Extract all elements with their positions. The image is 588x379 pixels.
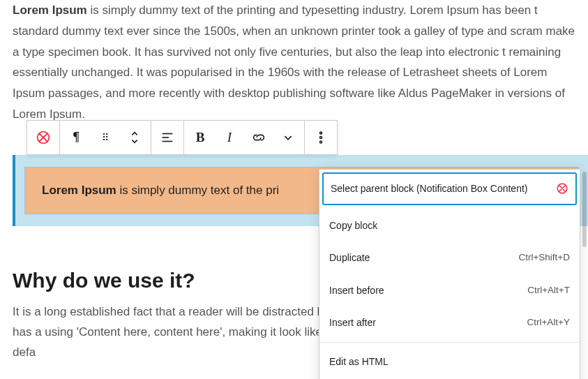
more-options-icon[interactable] (306, 121, 336, 154)
menu-shortcut: Ctrl+Alt+T (527, 282, 570, 299)
insert-after-item[interactable]: Insert after Ctrl+Alt+Y (319, 306, 580, 339)
duplicate-item[interactable]: Duplicate Ctrl+Shift+D (319, 241, 580, 274)
toolbar-group-format: B I (184, 121, 305, 154)
link-button[interactable] (244, 121, 273, 154)
paragraph-block[interactable]: Lorem Ipsum is simply dummy text of the … (13, 0, 575, 125)
select-parent-block-item[interactable]: Select parent block (Notification Box Co… (322, 172, 577, 205)
menu-label: Copy block (329, 217, 377, 235)
svg-point-4 (320, 137, 322, 139)
toolbar-group-align (151, 121, 184, 154)
toolbar-group-transform: ¶ ⠿ (60, 121, 151, 154)
bold-button[interactable]: B (186, 121, 215, 154)
heading-block[interactable]: Why do we use it? (13, 262, 195, 299)
menu-label: Insert before (329, 282, 384, 299)
move-up-down-icon[interactable] (120, 121, 149, 154)
menu-label: Edit as HTML (329, 353, 389, 371)
italic-button[interactable]: I (215, 121, 244, 154)
menu-label: Insert after (329, 314, 376, 332)
menu-shortcut: Ctrl+Shift+D (518, 249, 570, 266)
block-type-icon[interactable] (29, 121, 58, 154)
para-rest: is simply dummy text of the printing and… (13, 3, 575, 121)
menu-divider (319, 342, 580, 343)
edit-as-html-item[interactable]: Edit as HTML (319, 345, 580, 378)
notif-rest: is simply dummy text of the pri (116, 184, 279, 197)
svg-point-3 (320, 132, 322, 134)
notification-box-icon (556, 182, 568, 195)
more-format-chevron-icon[interactable] (273, 121, 303, 154)
notif-lead: Lorem Ipsum (42, 184, 116, 197)
align-icon[interactable] (153, 121, 182, 154)
insert-before-item[interactable]: Insert before Ctrl+Alt+T (319, 274, 580, 307)
editor-content: Lorem Ipsum is simply dummy text of the … (0, 0, 588, 125)
svg-point-5 (320, 141, 322, 143)
toolbar-group-block (27, 121, 60, 154)
menu-shortcut: Ctrl+Alt+Y (527, 314, 570, 331)
menu-label: Select parent block (Notification Box Co… (331, 180, 527, 198)
block-options-menu: Select parent block (Notification Box Co… (319, 169, 580, 379)
copy-block-item[interactable]: Copy block (319, 209, 580, 242)
menu-scrollbar[interactable] (582, 172, 587, 247)
toolbar-group-more (305, 121, 337, 154)
block-toolbar: ¶ ⠿ B I (27, 120, 338, 155)
menu-label: Duplicate (329, 249, 370, 267)
paragraph-icon[interactable]: ¶ (61, 121, 91, 154)
drag-handle-icon[interactable]: ⠿ (91, 121, 120, 154)
para-lead: Lorem Ipsum (13, 3, 87, 17)
